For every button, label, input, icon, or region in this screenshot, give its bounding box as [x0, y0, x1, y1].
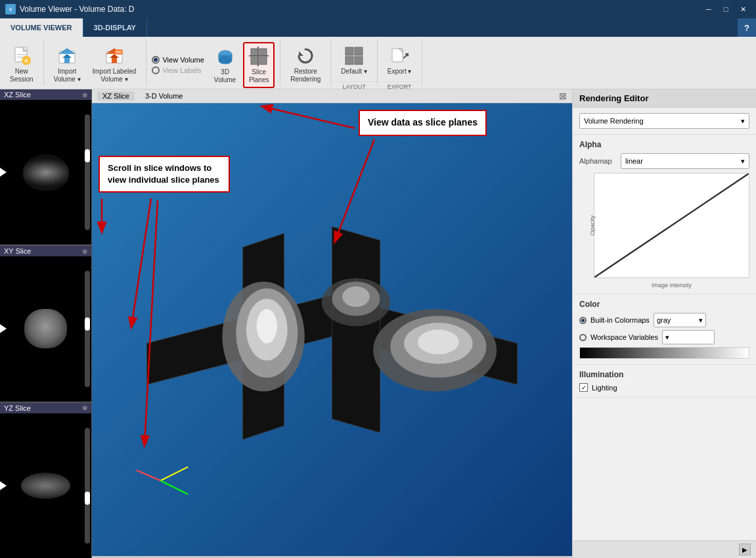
restore-rendering-button[interactable]: RestoreRendering: [286, 42, 325, 87]
xz-slice-header: XZ Slice ⊗: [0, 89, 91, 100]
illumination-section: Illumination ✓ Lighting: [573, 365, 756, 398]
yz-scroll-indicator: [0, 480, 7, 491]
xz-slice-content[interactable]: [0, 100, 91, 244]
help-button[interactable]: ?: [738, 18, 756, 37]
alpha-title: Alpha: [579, 140, 749, 149]
export-label: Export ▾: [388, 68, 412, 76]
view-volume-radio[interactable]: View Volume: [152, 56, 204, 64]
workspace-colormap-dropdown[interactable]: ▾: [662, 330, 715, 344]
yz-slice-content[interactable]: [0, 413, 91, 558]
tab-volume-viewer[interactable]: VOLUME VIEWER: [0, 18, 83, 37]
svg-rect-20: [251, 57, 258, 64]
volume-rendering-dropdown[interactable]: Volume Rendering ▾: [579, 113, 749, 129]
xz-slice-label: XZ Slice: [4, 91, 31, 99]
xy-scrollbar[interactable]: [85, 271, 90, 386]
built-in-colormaps-radio[interactable]: [579, 317, 587, 324]
3d-volume-label: 3DVolume: [214, 68, 236, 84]
svg-rect-12: [112, 58, 117, 63]
yz-slice-header: YZ Slice ⊗: [0, 403, 91, 413]
svg-marker-24: [299, 51, 303, 56]
lighting-label: Lighting: [592, 384, 617, 392]
svg-rect-21: [259, 57, 267, 64]
viewport-tab-3d[interactable]: XZ Slice: [97, 91, 135, 101]
svg-point-17: [219, 56, 232, 64]
svg-rect-28: [355, 57, 363, 64]
xz-scroll-indicator: [0, 167, 7, 177]
view-volume-radio-circle: [152, 56, 160, 64]
viewport-maximize-button[interactable]: ⊠: [559, 91, 567, 101]
svg-rect-19: [259, 49, 267, 56]
window-title: Volume Viewer - Volume Data: D: [20, 5, 135, 14]
workspace-variables-label: Workspace Variables: [590, 333, 658, 341]
minimize-button[interactable]: ─: [701, 3, 717, 16]
xy-slice-header: XY Slice ⊗: [0, 246, 91, 256]
svg-line-45: [160, 467, 188, 480]
view-labels-radio[interactable]: View Labels: [152, 66, 204, 74]
maximize-button[interactable]: □: [718, 3, 734, 16]
workspace-variables-radio[interactable]: [579, 334, 587, 341]
svg-marker-33: [332, 227, 380, 432]
color-title: Color: [579, 300, 749, 309]
rendering-editor-title: Rendering Editor: [573, 89, 756, 108]
xz-slice-window: XZ Slice ⊗: [0, 89, 91, 246]
svg-point-37: [257, 309, 277, 343]
slice-planes-icon: [248, 46, 269, 67]
toolbar-import-section: ImportVolume ▾ Import LabeledVolume ▾ IM…: [44, 39, 147, 86]
yz-slice-close[interactable]: ⊗: [82, 404, 87, 411]
volume-rendering-section: Volume Rendering ▾: [573, 108, 756, 135]
xy-slice-window: XY Slice ⊗: [0, 246, 91, 402]
opacity-chart[interactable]: Opacity: [594, 173, 749, 278]
illumination-title: Illumination: [579, 370, 749, 379]
toolbar-visualize-section: View Volume View Labels 3DVolume: [146, 39, 280, 86]
xy-slice-label: XY Slice: [4, 247, 31, 255]
import-labeled-label: Import LabeledVolume ▾: [93, 68, 137, 83]
yz-slice-label: YZ Slice: [4, 404, 31, 412]
xy-slice-content[interactable]: [0, 256, 91, 401]
svg-point-41: [418, 330, 459, 355]
import-labeled-volume-button[interactable]: Import LabeledVolume ▾: [88, 42, 141, 87]
restore-rendering-icon: [295, 45, 316, 66]
yz-scrollbar[interactable]: [85, 428, 90, 544]
toolbar-layout-section: Default ▾ LAYOUT: [331, 39, 377, 86]
panel-nav-right[interactable]: ▶: [739, 544, 751, 555]
view-radio-group: View Volume View Labels: [152, 56, 204, 74]
import-volume-button[interactable]: ImportVolume ▾: [49, 42, 85, 87]
xy-mri-image: [24, 309, 67, 348]
xy-scroll-thumb[interactable]: [85, 317, 90, 331]
lighting-checkbox[interactable]: ✓: [579, 383, 588, 392]
new-session-button[interactable]: + NewSession: [5, 42, 38, 87]
3d-volume-icon: [215, 46, 236, 67]
view-labels-radio-circle: [152, 66, 160, 74]
xy-slice-close[interactable]: ⊗: [82, 248, 87, 255]
svg-rect-25: [345, 47, 353, 55]
viewport-3d[interactable]: View data as slice planes Scroll in slic…: [92, 103, 572, 556]
colormap-dropdown[interactable]: gray ▾: [654, 313, 706, 327]
default-layout-icon: [344, 45, 365, 66]
close-button[interactable]: ✕: [735, 3, 751, 16]
rendering-editor: Rendering Editor Volume Rendering ▾ Alph…: [572, 89, 756, 558]
viewport-tab-active[interactable]: 3-D Volume: [140, 91, 188, 101]
default-layout-button[interactable]: Default ▾: [336, 42, 371, 79]
export-button[interactable]: Export ▾: [383, 42, 416, 79]
xz-scrollbar[interactable]: [85, 114, 90, 230]
opacity-y-label: Opacity: [589, 216, 596, 236]
alphamap-dropdown[interactable]: linear ▾: [621, 153, 749, 169]
xz-scroll-thumb[interactable]: [85, 149, 90, 162]
color-gradient-bar: [579, 347, 749, 359]
xz-slice-close[interactable]: ⊗: [82, 91, 87, 99]
slice-planes-button[interactable]: SlicePlanes: [243, 42, 275, 88]
tab-3d-display[interactable]: 3D-DISPLAY: [83, 18, 147, 37]
alpha-section: Alpha Alphamap linear ▾ Opacity Image In…: [573, 135, 756, 294]
tab-bar: VOLUME VIEWER 3D-DISPLAY ?: [0, 18, 756, 37]
import-labeled-icon: [104, 45, 125, 66]
import-volume-label: ImportVolume ▾: [54, 68, 81, 83]
yz-scroll-thumb[interactable]: [85, 492, 90, 505]
3d-volume-button[interactable]: 3DVolume: [210, 43, 240, 87]
app-icon: V: [5, 4, 16, 14]
built-in-colormaps-label: Built-in Colormaps: [590, 316, 650, 324]
xz-mri-image: [23, 154, 69, 191]
slice-planes-label: SlicePlanes: [249, 68, 269, 84]
color-section: Color Built-in Colormaps gray ▾ Workspac…: [573, 294, 756, 365]
default-layout-label: Default ▾: [341, 68, 367, 76]
svg-rect-9: [64, 58, 70, 63]
